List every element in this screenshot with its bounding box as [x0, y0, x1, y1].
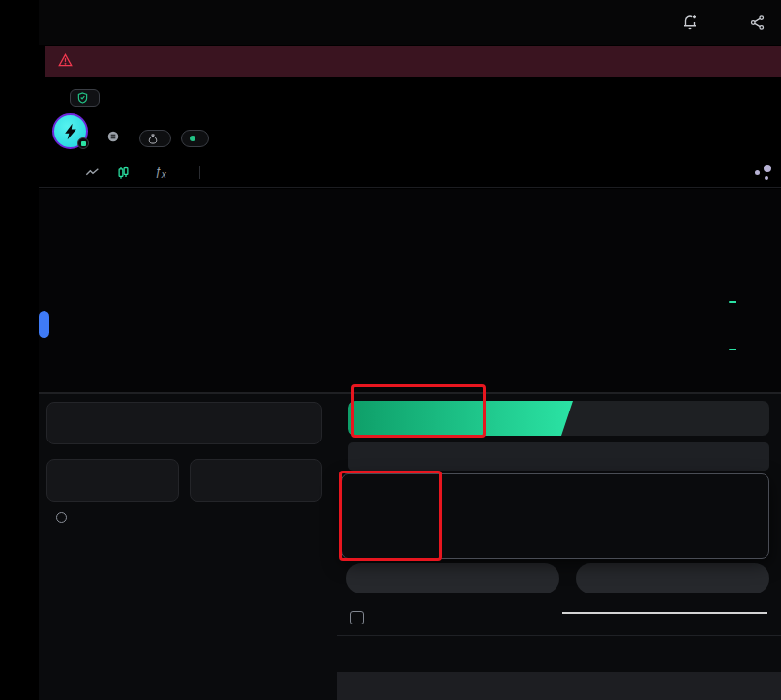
green-dot-icon — [190, 136, 195, 141]
settings-bar[interactable] — [337, 672, 781, 700]
pane-resize-handle[interactable] — [39, 311, 49, 338]
bottom-panel — [39, 392, 781, 700]
sell-initial-checkbox-row[interactable] — [350, 611, 377, 624]
sell-tab[interactable] — [581, 401, 769, 436]
share-icon[interactable] — [749, 15, 766, 31]
trading-app: ƒx — [0, 0, 781, 700]
buy-sell-segmented — [348, 401, 769, 436]
token-header — [39, 81, 781, 158]
trade-panel — [337, 394, 781, 700]
buy-tab[interactable] — [348, 401, 573, 436]
amount-button[interactable] — [346, 563, 559, 593]
shield-check-icon — [77, 92, 88, 104]
current-mcap-card — [46, 402, 322, 444]
turnover-card — [46, 459, 179, 502]
notification-bell-icon[interactable] — [681, 14, 699, 31]
holdings-badge[interactable] — [139, 130, 171, 147]
progress-badge[interactable] — [181, 130, 209, 147]
token-change — [765, 113, 769, 127]
bubbles-icon[interactable] — [754, 165, 771, 180]
warning-banner — [45, 46, 781, 77]
nav-icons — [681, 14, 781, 31]
chart-toolbar: ƒx — [39, 158, 781, 188]
market-stats-column — [46, 394, 322, 700]
volume-sma-tag — [729, 349, 736, 350]
pool-card — [190, 459, 322, 502]
trade-mode-select[interactable] — [348, 442, 769, 471]
audit-badge[interactable] — [70, 89, 100, 107]
trades-table-header — [46, 512, 322, 528]
current-price-tag — [729, 301, 736, 303]
panel-divider — [337, 635, 781, 636]
trades-table — [46, 529, 322, 700]
chain-badge — [77, 137, 89, 149]
token-logo-bolt-icon — [61, 122, 80, 141]
custom-amount-button[interactable] — [576, 563, 769, 593]
chart-area — [39, 189, 781, 392]
toolbar-divider — [199, 166, 200, 179]
candlestick-chart[interactable] — [39, 189, 781, 392]
currency-toggle-icon[interactable] — [56, 512, 67, 523]
line-chart-icon[interactable] — [85, 167, 101, 177]
money-pouch-icon — [148, 134, 158, 144]
candle-chart-icon[interactable] — [117, 166, 130, 180]
list-circle-icon[interactable] — [106, 130, 120, 147]
top-nav — [39, 0, 781, 45]
token-avatar[interactable] — [52, 113, 88, 149]
warning-icon — [58, 53, 73, 71]
checkbox[interactable] — [350, 611, 364, 624]
trade-mode-dropdown — [341, 473, 769, 559]
indicators-fx-icon[interactable]: ƒx — [155, 165, 166, 180]
